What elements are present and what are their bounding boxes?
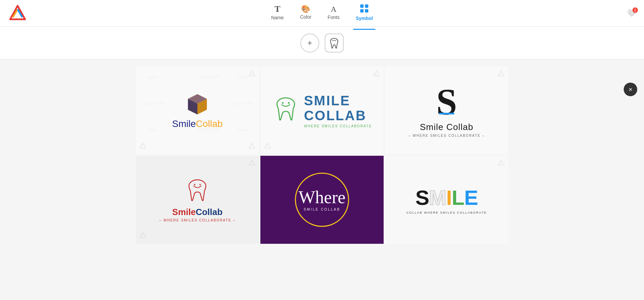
- logo-content-5: Where SMILE COLLAB: [288, 166, 356, 234]
- svg-marker-0: [10, 6, 25, 19]
- svg-marker-26: [249, 160, 255, 165]
- red-tooth-icon: [186, 178, 209, 205]
- logo6-e: E: [464, 186, 478, 210]
- logo2-collab: COLLAB: [304, 108, 372, 123]
- logo-grid-wrapper: × logoai LOGOAI.COM logoai LOGOAI.COM lo…: [0, 60, 644, 251]
- logo5-circle: Where SMILE COLLAB: [295, 173, 349, 227]
- svg-rect-5: [360, 9, 364, 13]
- logo-content-1: SmileCollab: [165, 85, 229, 136]
- nav-item-color[interactable]: 🎨 Color: [300, 5, 311, 21]
- logo2-text-block: SMILE COLLAB WHERE SMILES COLLABORATE: [304, 93, 372, 128]
- logo-card-4[interactable]: SmileCollab – WHERE SMILES COLLABORATE –: [136, 156, 259, 244]
- header-actions: 🤍 5: [627, 9, 636, 18]
- tooth-icon: [328, 37, 340, 49]
- svg-marker-11: [249, 143, 255, 148]
- svg-rect-4: [365, 4, 368, 8]
- svg-marker-32: [498, 160, 504, 165]
- nav-label-fonts: Fonts: [328, 15, 340, 20]
- logo3-letter: S: [436, 83, 457, 121]
- svg-rect-6: [365, 9, 368, 13]
- logo-grid: logoai LOGOAI.COM logoai LOGOAI.COM logo…: [136, 66, 508, 244]
- nav-item-fonts[interactable]: A Fonts: [328, 5, 340, 21]
- svg-marker-20: [264, 143, 270, 148]
- logo5-where: Where: [299, 189, 346, 206]
- svg-marker-9: [140, 143, 146, 148]
- nav-item-symbol[interactable]: Symbol: [356, 4, 373, 22]
- favorites-badge: 5: [632, 7, 638, 13]
- symbol-icon: [360, 4, 369, 14]
- logo3-s-wrap: S: [436, 83, 457, 121]
- watermark-icon-8: [139, 232, 147, 240]
- svg-marker-18: [373, 70, 379, 76]
- logo6-i: I: [446, 186, 452, 210]
- logo1-collab: Collab: [196, 119, 222, 129]
- watermark-icon-6: [497, 70, 505, 79]
- close-icon: ×: [628, 86, 632, 93]
- svg-point-31: [199, 184, 201, 185]
- logo6-smile-text: S M I L E: [415, 186, 478, 210]
- logo-card-2[interactable]: SMILE COLLAB WHERE SMILES COLLABORATE: [260, 66, 384, 154]
- logo-content-4: SmileCollab – WHERE SMILES COLLABORATE –: [152, 171, 242, 229]
- main-nav: T Name 🎨 Color A Fonts Symbol: [271, 4, 373, 22]
- logo6-s: S: [415, 186, 429, 210]
- logo2-smile: SMILE: [304, 93, 372, 108]
- logo-content-6: S M I L E COLLAB WHERE SMILES COLLABORAT…: [400, 179, 493, 221]
- logo4-smile: Smile: [172, 207, 196, 217]
- selected-symbol[interactable]: [325, 34, 344, 52]
- app-logo[interactable]: [8, 4, 27, 23]
- svg-point-22: [282, 102, 283, 104]
- green-tooth-icon: [272, 95, 299, 126]
- watermark-icon-2: [139, 142, 147, 151]
- close-button[interactable]: ×: [624, 83, 637, 96]
- logo-content-3: S Smile Collab – WHERE SMILES COLLABORAT…: [402, 77, 491, 144]
- plus-icon: +: [307, 38, 312, 48]
- logo1-smile: Smile: [172, 119, 196, 129]
- nav-item-name[interactable]: T Name: [271, 5, 284, 22]
- nav-label-name: Name: [271, 15, 284, 20]
- logo4-sub: – WHERE SMILES COLLABORATE –: [159, 218, 235, 222]
- logo4-text: SmileCollab: [172, 207, 223, 217]
- logo6-m: M: [429, 186, 446, 210]
- watermark-icon-1: [248, 70, 256, 79]
- logo6-sub: COLLAB WHERE SMILES COLLABORATE: [406, 211, 487, 214]
- logo3-underline: [439, 113, 454, 114]
- favorites-button[interactable]: 🤍 5: [627, 9, 636, 18]
- logo5-sub: SMILE COLLAB: [304, 208, 340, 211]
- svg-marker-28: [140, 232, 146, 238]
- app-header: T Name 🎨 Color A Fonts Symbol 🤍: [0, 0, 644, 27]
- svg-marker-24: [498, 70, 504, 76]
- logo-card-6[interactable]: S M I L E COLLAB WHERE SMILES COLLABORAT…: [385, 156, 508, 244]
- logo2-sub: WHERE SMILES COLLABORATE: [304, 124, 372, 128]
- svg-rect-3: [360, 4, 364, 8]
- logo6-l: L: [452, 186, 464, 210]
- watermark-icon-4: [373, 70, 380, 79]
- logo-content-2: SMILE COLLAB WHERE SMILES COLLABORATE: [265, 86, 379, 135]
- nav-label-symbol: Symbol: [356, 16, 373, 21]
- logo-card-5[interactable]: Where SMILE COLLAB: [260, 156, 384, 244]
- logo4-collab: Collab: [196, 207, 222, 217]
- logo1-text: SmileCollab: [172, 119, 222, 129]
- box-icon: [184, 91, 211, 119]
- watermark-icon-5: [264, 142, 271, 151]
- text-icon: T: [275, 5, 280, 14]
- color-icon: 🎨: [301, 5, 310, 13]
- watermark-icon-7: [248, 159, 256, 168]
- logo-card-3[interactable]: S Smile Collab – WHERE SMILES COLLABORAT…: [385, 66, 508, 154]
- logo3-name: Smile Collab: [420, 122, 473, 132]
- watermark-icon-3: [248, 142, 256, 151]
- watermark-icon-9: [497, 159, 505, 168]
- symbol-bar: +: [0, 27, 644, 60]
- add-symbol-button[interactable]: +: [300, 34, 319, 52]
- nav-label-color: Color: [300, 14, 311, 20]
- fonts-icon: A: [330, 5, 336, 13]
- logo-card-1[interactable]: logoai LOGOAI.COM logoai LOGOAI.COM logo…: [136, 66, 259, 154]
- svg-marker-7: [249, 70, 255, 76]
- svg-point-23: [288, 102, 289, 104]
- svg-point-30: [194, 184, 195, 185]
- logo3-sub: – WHERE SMILES COLLABORATE –: [408, 134, 485, 137]
